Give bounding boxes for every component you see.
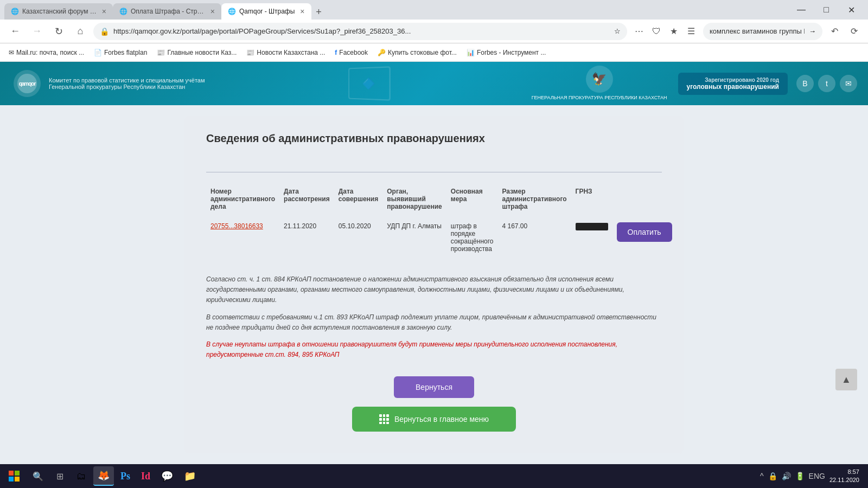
tab-3-close[interactable]: × — [300, 7, 304, 16]
shield-button[interactable]: 🛡 — [649, 24, 664, 39]
emblem-label: ГЕНЕРАЛЬНАЯ ПРОКУРАТУРА РЕСПУБЛИКИ КАЗАХ… — [532, 95, 667, 101]
header-emblem: 🦅 ГЕНЕРАЛЬНАЯ ПРОКУРАТУРА РЕСПУБЛИКИ КАЗ… — [532, 66, 667, 101]
star-button[interactable]: ★ — [666, 24, 681, 39]
scroll-top-button[interactable]: ▲ — [835, 369, 857, 390]
site-logo: qamqor — [11, 67, 49, 100]
tray-show-hidden[interactable]: ^ — [760, 472, 764, 480]
taskbar-firefox-button[interactable]: 🦊 — [93, 466, 114, 486]
header-social-mail[interactable]: ✉ — [840, 75, 857, 92]
col-header-case: Номер административного дела — [206, 183, 279, 217]
legal-text-2: В соответствии с требованиями ч.1 ст. 89… — [206, 312, 662, 333]
taskbar-indesign-button[interactable]: Id — [137, 466, 155, 486]
measure-cell: штраф в порядке сокращённого производств… — [446, 217, 498, 258]
tab-1-icon: 🌐 — [11, 8, 19, 15]
back-nav-button[interactable]: ← — [7, 23, 24, 40]
header-social-twitter[interactable]: t — [818, 75, 835, 92]
bookmark-photo[interactable]: 🔑 Купить стоковые фот... — [373, 47, 461, 59]
grnz-redacted — [576, 223, 608, 230]
grnz-cell — [571, 217, 612, 258]
date-review-cell: 21.11.2020 — [279, 217, 334, 258]
tray-battery-icon[interactable]: 🔋 — [795, 472, 805, 480]
window-close-button[interactable]: ✕ — [839, 1, 864, 18]
address-input-wrap[interactable]: 🔒 ☆ — [93, 23, 627, 40]
legal-section: Согласно ст. ч. 1 ст. 884 КРКоАП постано… — [206, 274, 662, 360]
divider — [206, 172, 662, 172]
tab-3[interactable]: 🌐 Qamqor - Штрафы × — [221, 3, 311, 20]
reload-button[interactable]: ↻ — [50, 23, 67, 40]
tab-2-close[interactable]: × — [210, 7, 215, 16]
taskbar-taskview-button[interactable]: ⊞ — [50, 466, 69, 486]
tray-lang[interactable]: ENG — [809, 472, 825, 480]
bookmark-news1[interactable]: 📰 Главные новости Каз... — [152, 47, 241, 59]
tab-3-icon: 🌐 — [228, 8, 236, 15]
new-tab-button[interactable]: + — [311, 4, 327, 20]
main-wrapper: Сведения об административных правонаруше… — [0, 105, 868, 464]
explorer2-icon: 📁 — [184, 470, 196, 482]
back-button[interactable]: Вернуться — [394, 376, 474, 398]
extensions-button[interactable]: ⋯ — [631, 24, 647, 39]
col-header-grnz: ГРНЗ — [571, 183, 612, 217]
address-input[interactable] — [113, 27, 610, 35]
page-title: Сведения об административных правонаруше… — [206, 132, 662, 145]
bookmark-facebook-label: Facebook — [339, 49, 368, 56]
tab-1[interactable]: 🌐 Казахстанский форум «Все Б... × — [4, 3, 113, 20]
taskbar-skype-button[interactable]: 💬 — [157, 466, 177, 486]
svg-rect-3 — [15, 477, 20, 481]
tab-2-icon: 🌐 — [119, 8, 127, 15]
case-number-link[interactable]: 20755...38016633 — [210, 222, 263, 230]
header-icons: В t ✉ — [796, 75, 857, 92]
sync-button[interactable]: ⟳ — [846, 24, 861, 39]
search-input[interactable] — [710, 27, 805, 35]
search-bar[interactable]: → — [703, 23, 822, 40]
bookmark-mail-label: Mail.ru: почта, поиск ... — [16, 49, 84, 56]
windows-icon — [9, 471, 20, 481]
security-icon: 🔒 — [100, 27, 109, 36]
taskbar-fileexplorer-button[interactable]: 🗂 — [72, 466, 91, 486]
bookmark-news1-icon: 📰 — [157, 49, 165, 56]
reader-mode-button[interactable]: ☰ — [684, 24, 699, 39]
bookmark-forbes2-label: Forbes - Инструмент ... — [477, 49, 546, 56]
fine-size-cell: 4 167.00 — [497, 217, 571, 258]
tab-1-close[interactable]: × — [102, 7, 106, 16]
main-menu-button[interactable]: Вернуться в главное меню — [352, 407, 516, 432]
header-subtitle: Комитет по правовой статистике и специал… — [49, 77, 205, 90]
tray-volume-icon[interactable]: 🔊 — [782, 472, 791, 480]
search-arrow-icon[interactable]: → — [809, 27, 816, 35]
bookmark-mail[interactable]: ✉ Mail.ru: почта, поиск ... — [4, 47, 88, 59]
forward-nav-button[interactable]: → — [28, 23, 46, 40]
taskbar-search-button[interactable]: 🔍 — [28, 466, 48, 486]
header-badge: Зарегистрировано 2020 год уголовных прав… — [678, 73, 788, 95]
bookmark-news2[interactable]: 📰 Новости Казахстана ... — [242, 47, 329, 59]
col-header-date-review: Дата рассмотрения — [279, 183, 334, 217]
svg-rect-0 — [9, 471, 14, 476]
legal-warning: В случае неуплаты штрафа в отношении пра… — [206, 339, 662, 360]
bookmark-forbes2[interactable]: 📊 Forbes - Инструмент ... — [462, 47, 551, 59]
taskbar-clock[interactable]: 8:57 22.11.2020 — [829, 468, 859, 485]
taskbar-explorer2-button[interactable]: 📁 — [180, 466, 200, 486]
indesign-icon: Id — [141, 471, 150, 482]
grid-icon — [379, 414, 389, 424]
taskbar-start-button[interactable] — [4, 466, 24, 486]
violations-table: Номер административного дела Дата рассмо… — [206, 183, 676, 258]
bookmark-forbes-flatplan[interactable]: 📄 Forbes flatplan — [90, 47, 151, 59]
bookmark-photo-label: Купить стоковые фот... — [388, 49, 457, 56]
organ-cell: УДП ДП г. Алматы — [382, 217, 446, 258]
col-header-date-commit: Дата совершения — [334, 183, 383, 217]
bookmark-news2-icon: 📰 — [246, 49, 254, 56]
tab-1-label: Казахстанский форум «Все Б... — [22, 8, 97, 15]
window-minimize-button[interactable]: — — [789, 1, 814, 18]
header-social-vk[interactable]: В — [796, 75, 814, 92]
history-button[interactable]: ↶ — [827, 24, 842, 39]
pay-button[interactable]: Оплатить — [617, 222, 672, 242]
window-maximize-button[interactable]: □ — [814, 1, 839, 18]
title-bar: 🌐 Казахстанский форум «Все Б... × 🌐 Опла… — [0, 0, 868, 20]
bookmark-facebook[interactable]: f Facebook — [330, 47, 372, 59]
tab-3-label: Qamqor - Штрафы — [239, 8, 295, 15]
home-button[interactable]: ⌂ — [72, 23, 89, 40]
taskbar-photoshop-button[interactable]: Ps — [116, 466, 135, 486]
clock-time: 8:57 — [829, 468, 859, 476]
bookmark-star-icon[interactable]: ☆ — [614, 27, 621, 35]
taskbar: 🔍 ⊞ 🗂 🦊 Ps Id 💬 📁 ^ 🔒 🔊 🔋 ENG 8:57 22.11… — [0, 464, 868, 488]
tab-2[interactable]: 🌐 Оплата Штрафа - Страница ... × — [113, 3, 221, 20]
tray-network-icon[interactable]: 🔒 — [768, 472, 777, 480]
